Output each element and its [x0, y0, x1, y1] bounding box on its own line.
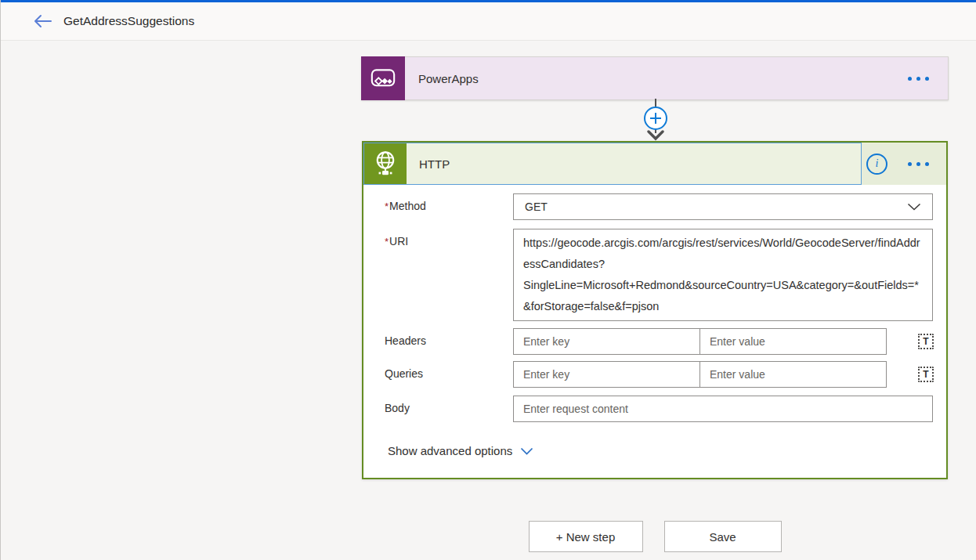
- footer-actions: + New step Save: [361, 521, 949, 552]
- step-connector: [640, 99, 671, 143]
- method-dropdown[interactable]: GET: [513, 193, 933, 220]
- body-row: Body: [385, 396, 930, 422]
- insert-step-button[interactable]: [644, 107, 667, 130]
- designer-canvas: PowerApps: [1, 41, 976, 560]
- text-mode-icon: T: [923, 337, 928, 346]
- powerapps-icon: [361, 56, 405, 100]
- connector-arrow-icon: [646, 130, 665, 141]
- save-button[interactable]: Save: [664, 521, 782, 552]
- chevron-down-icon: [907, 203, 921, 211]
- queries-value-input[interactable]: [699, 361, 887, 388]
- headers-text-mode-button[interactable]: T: [918, 334, 934, 349]
- action-title: HTTP: [419, 157, 450, 171]
- more-dots-icon: [908, 77, 912, 81]
- uri-textarea[interactable]: https://geocode.arcgis.com/arcgis/rest/s…: [513, 229, 933, 321]
- action-more-button[interactable]: [902, 156, 935, 172]
- advanced-options-label: Show advanced options: [388, 444, 512, 457]
- required-marker: *: [385, 201, 389, 212]
- uri-row: *URI https://geocode.arcgis.com/arcgis/r…: [385, 229, 930, 321]
- show-advanced-options-toggle[interactable]: Show advanced options: [385, 443, 537, 459]
- info-icon: i: [876, 158, 879, 169]
- app-header: GetAddressSuggestions: [1, 2, 976, 41]
- http-globe-icon: [364, 143, 407, 184]
- http-form: *Method GET *URI https://geocode.arc: [363, 185, 946, 478]
- more-dots-icon: [908, 162, 912, 166]
- text-mode-icon: T: [923, 370, 928, 379]
- headers-value-input[interactable]: [699, 328, 887, 355]
- body-label: Body: [385, 396, 513, 414]
- headers-row: Headers T: [385, 328, 930, 355]
- headers-key-input[interactable]: [513, 328, 700, 355]
- method-value: GET: [525, 201, 548, 213]
- method-row: *Method GET: [385, 193, 930, 220]
- required-marker: *: [385, 236, 389, 247]
- trigger-more-button[interactable]: [902, 70, 935, 87]
- flow-title: GetAddressSuggestions: [63, 14, 194, 28]
- action-card-http: HTTP i *Method GET: [362, 141, 948, 479]
- info-button[interactable]: i: [866, 154, 887, 175]
- back-button[interactable]: [31, 11, 54, 31]
- body-input[interactable]: [513, 396, 933, 422]
- http-card-header: HTTP i: [363, 143, 946, 185]
- new-step-button[interactable]: + New step: [529, 521, 643, 552]
- queries-key-input[interactable]: [513, 361, 700, 388]
- queries-label: Queries: [385, 361, 513, 380]
- queries-row: Queries T: [385, 361, 930, 388]
- method-label: *Method: [385, 193, 513, 212]
- uri-label: *URI: [385, 229, 513, 247]
- trigger-title: PowerApps: [418, 72, 902, 85]
- header-controls: i: [862, 143, 946, 185]
- queries-text-mode-button[interactable]: T: [918, 367, 934, 382]
- back-arrow-icon: [32, 14, 52, 28]
- headers-label: Headers: [385, 328, 513, 347]
- trigger-card-powerapps[interactable]: PowerApps: [361, 56, 949, 100]
- chevron-down-icon: [520, 447, 533, 455]
- action-title-area[interactable]: HTTP: [363, 143, 862, 185]
